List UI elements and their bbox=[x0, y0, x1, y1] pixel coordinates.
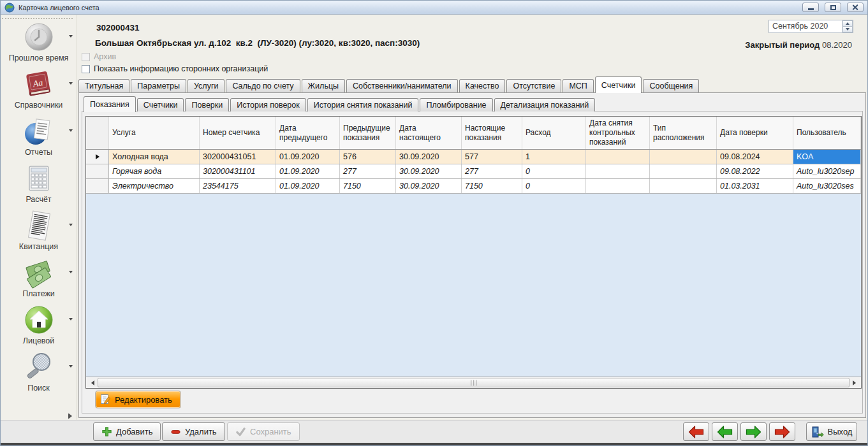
subtab-пломбирование[interactable]: Пломбирование bbox=[420, 98, 492, 112]
cell-prev-reading[interactable]: 576 bbox=[340, 150, 396, 164]
cell-prev-date[interactable]: 01.09.2020 bbox=[276, 150, 340, 164]
cell-curr-reading[interactable]: 7150 bbox=[462, 179, 522, 193]
sidebar-item-payments[interactable]: Платежи bbox=[1, 256, 77, 303]
period-down-button[interactable] bbox=[842, 27, 853, 32]
cell-consumption[interactable]: 0 bbox=[522, 164, 586, 178]
save-button[interactable]: Сохранить bbox=[227, 422, 300, 441]
nav-next-button[interactable] bbox=[740, 422, 767, 441]
tab-жильцы[interactable]: Жильцы bbox=[302, 79, 345, 92]
scroll-left-button[interactable] bbox=[86, 377, 97, 388]
edit-button[interactable]: Редактировать bbox=[95, 391, 181, 408]
nav-first-button[interactable] bbox=[683, 422, 709, 441]
scrollbar-thumb[interactable] bbox=[98, 378, 850, 387]
subtab-поверки[interactable]: Поверки bbox=[185, 98, 229, 112]
dropdown-arrow-icon[interactable] bbox=[69, 35, 73, 40]
dropdown-arrow-icon[interactable] bbox=[69, 318, 73, 322]
cell-curr-reading[interactable]: 277 bbox=[462, 164, 522, 178]
column-header-prev-reading[interactable]: Предыдущие показания bbox=[340, 117, 396, 149]
cell-curr-date[interactable]: 30.09.2020 bbox=[396, 150, 462, 164]
external-info-checkbox[interactable] bbox=[82, 65, 90, 73]
scroll-right-button[interactable] bbox=[850, 377, 861, 388]
cell-user[interactable]: KOA bbox=[793, 150, 861, 164]
dropdown-arrow-icon[interactable] bbox=[69, 82, 73, 87]
cell-location-type[interactable] bbox=[650, 150, 717, 164]
period-selector[interactable]: Сентябрь 2020 bbox=[769, 20, 853, 33]
cell-consumption[interactable]: 0 bbox=[522, 179, 586, 193]
cell-curr-date[interactable]: 30.09.2020 bbox=[396, 164, 462, 178]
subtab-детализация-показаний[interactable]: Детализация показаний bbox=[494, 98, 596, 112]
cell-service[interactable]: Горячая вода bbox=[109, 164, 200, 178]
sidebar-collapse-handle[interactable] bbox=[68, 414, 75, 419]
cell-curr-date[interactable]: 30.09.2020 bbox=[396, 179, 462, 193]
dropdown-arrow-icon[interactable] bbox=[69, 224, 73, 228]
subtab-история-снятия-показаний[interactable]: История снятия показаний bbox=[307, 98, 419, 112]
tab-счетчики[interactable]: Счетчики bbox=[595, 76, 642, 93]
cell-consumption[interactable]: 1 bbox=[522, 150, 586, 164]
column-header-check-date[interactable]: Дата поверки bbox=[717, 117, 793, 149]
cell-user[interactable]: Auto_lu3020sep bbox=[793, 164, 861, 178]
cell-curr-reading[interactable]: 577 bbox=[462, 150, 522, 164]
column-header-curr-date[interactable]: Дата настоящего bbox=[396, 117, 462, 149]
column-header-prev-date[interactable]: Дата предыдущего bbox=[276, 117, 340, 149]
tab-титульная[interactable]: Титульная bbox=[78, 79, 129, 92]
sidebar-item-past-time[interactable]: Прошлое время bbox=[1, 20, 77, 68]
nav-last-button[interactable] bbox=[769, 422, 795, 441]
column-header-meter-number[interactable]: Номер счетчика bbox=[200, 117, 276, 149]
cell-location-type[interactable] bbox=[650, 164, 717, 178]
table-row[interactable]: Электричество2354417501.09.2020715030.09… bbox=[86, 179, 861, 194]
sidebar-item-search[interactable]: Поиск bbox=[1, 350, 77, 398]
sidebar-item-receipt[interactable]: Квитанция bbox=[1, 209, 77, 256]
archive-checkbox[interactable] bbox=[82, 53, 90, 61]
table-row[interactable]: Холодная вода30200043105101.09.202057630… bbox=[86, 150, 861, 164]
cell-check-date[interactable]: 09.08.2022 bbox=[717, 164, 793, 178]
cell-check-date[interactable]: 01.03.2031 bbox=[717, 179, 793, 193]
tab-собственники-наниматели[interactable]: Собственники/наниматели bbox=[346, 79, 458, 92]
subtab-счетчики[interactable]: Счетчики bbox=[137, 98, 184, 112]
tab-услуги[interactable]: Услуги bbox=[188, 79, 224, 92]
column-header-service[interactable]: Услуга bbox=[109, 117, 200, 149]
nav-prev-button[interactable] bbox=[712, 422, 738, 441]
minimize-button[interactable] bbox=[802, 3, 819, 12]
column-header-consumption[interactable]: Расход bbox=[522, 117, 586, 149]
cell-check-date[interactable]: 09.08.2024 bbox=[717, 150, 793, 164]
cell-control-date[interactable] bbox=[586, 179, 650, 193]
dropdown-arrow-icon[interactable] bbox=[69, 129, 73, 134]
cell-prev-reading[interactable]: 277 bbox=[340, 164, 396, 178]
horizontal-scrollbar[interactable] bbox=[86, 377, 861, 388]
sidebar-item-reports[interactable]: Отчеты bbox=[1, 115, 77, 162]
column-header-curr-reading[interactable]: Настоящие показания bbox=[462, 117, 522, 149]
sidebar-item-directories[interactable]: AaСправочники bbox=[1, 68, 77, 115]
period-value[interactable]: Сентябрь 2020 bbox=[769, 20, 842, 32]
dropdown-arrow-icon[interactable] bbox=[69, 365, 73, 370]
tab-качество[interactable]: Качество bbox=[459, 79, 506, 92]
cell-user[interactable]: Auto_lu3020ses bbox=[793, 179, 861, 193]
cell-prev-date[interactable]: 01.09.2020 bbox=[276, 179, 340, 193]
cell-prev-date[interactable]: 01.09.2020 bbox=[276, 164, 340, 178]
tab-отсутствие[interactable]: Отсутствие bbox=[506, 79, 561, 92]
maximize-button[interactable] bbox=[825, 3, 841, 12]
tab-сообщения[interactable]: Сообщения bbox=[643, 79, 699, 92]
dropdown-arrow-icon[interactable] bbox=[69, 271, 73, 275]
sidebar-item-account[interactable]: Лицевой bbox=[1, 303, 77, 350]
cell-control-date[interactable] bbox=[586, 164, 650, 178]
column-header-user[interactable]: Пользователь bbox=[793, 117, 861, 149]
column-header-location-type[interactable]: Тип расположения bbox=[650, 117, 717, 149]
cell-meter-number[interactable]: 302000431051 bbox=[200, 150, 276, 164]
table-row[interactable]: Горячая вода30200043110101.09.202027730.… bbox=[86, 164, 861, 179]
tab-сальдо-по-счету[interactable]: Сальдо по счету bbox=[226, 79, 300, 92]
column-header-indicator[interactable] bbox=[86, 117, 109, 149]
tab-мсп[interactable]: МСП bbox=[563, 79, 593, 92]
exit-button[interactable]: Выход bbox=[806, 422, 857, 441]
cell-service[interactable]: Электричество bbox=[109, 179, 200, 193]
scrollbar-track[interactable] bbox=[97, 377, 850, 388]
sidebar-item-calculation[interactable]: Расчёт bbox=[1, 162, 77, 209]
close-button[interactable] bbox=[847, 3, 864, 12]
delete-button[interactable]: Удалить bbox=[162, 422, 225, 441]
period-up-button[interactable] bbox=[842, 20, 853, 27]
subtab-история-поверок[interactable]: История поверок bbox=[230, 98, 306, 112]
cell-meter-number[interactable]: 23544175 bbox=[200, 179, 276, 193]
cell-prev-reading[interactable]: 7150 bbox=[340, 179, 396, 193]
cell-control-date[interactable] bbox=[586, 150, 650, 164]
column-header-control-date[interactable]: Дата снятия контрольных показаний bbox=[586, 117, 650, 149]
cell-service[interactable]: Холодная вода bbox=[109, 150, 200, 164]
